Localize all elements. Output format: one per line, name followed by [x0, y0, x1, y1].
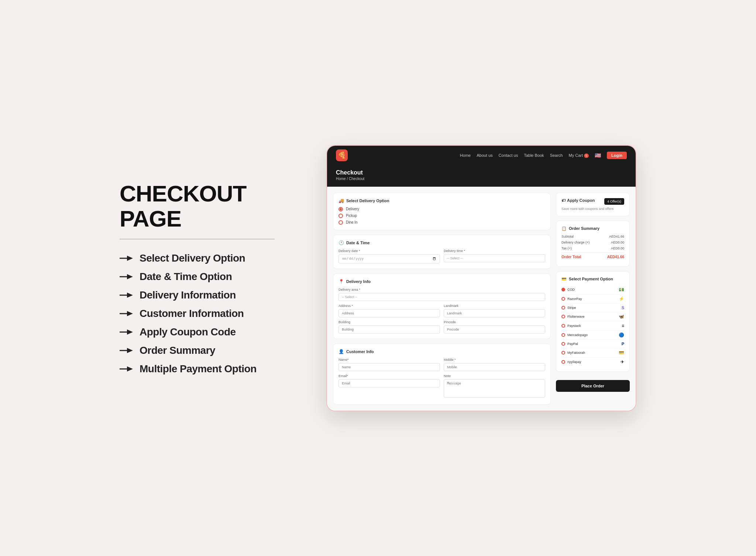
building-label: Building — [339, 320, 440, 324]
nyyilapay-icon: ✈ — [621, 359, 624, 365]
option-pickup[interactable]: Pickup — [339, 214, 545, 218]
feature-item-select-delivery: Select Delivery Option — [120, 252, 304, 264]
feature-text-order-summary: Order Summary — [140, 345, 215, 356]
left-column: 🚚 Select Delivery Option Delivery Pickup — [333, 193, 551, 405]
radio-nyyilapay[interactable] — [561, 360, 565, 364]
date-input[interactable] — [339, 254, 440, 263]
feature-text-select-delivery: Select Delivery Option — [140, 252, 245, 264]
arrow-icon — [120, 328, 133, 336]
payment-stripe[interactable]: Stripe S — [561, 304, 624, 312]
customer-info-card: 👤 Customer Info Name* Mobile * — [333, 343, 551, 405]
mobile-group: Mobile * — [444, 358, 545, 371]
option-dine-in[interactable]: Dine In — [339, 220, 545, 225]
mobile-input[interactable] — [444, 363, 545, 371]
payment-cod[interactable]: COD 💵 — [561, 285, 624, 294]
nav-cart[interactable]: My Cart 5 — [568, 153, 589, 158]
feature-text-delivery-info: Delivery Information — [140, 289, 236, 301]
coupon-icon: 🏷 — [561, 198, 566, 203]
radio-mercadopago[interactable] — [561, 333, 565, 337]
pincode-input[interactable] — [444, 325, 545, 334]
tax-value: AED0.00 — [611, 246, 624, 250]
nav-about[interactable]: About us — [477, 153, 492, 158]
delivery-row: Delivery charge (+) AED0.00 — [561, 241, 624, 244]
mercadopago-icon: 🔵 — [619, 332, 624, 338]
radio-flutterwave[interactable] — [561, 315, 565, 318]
building-input[interactable] — [339, 325, 440, 334]
building-group: Building — [339, 320, 440, 334]
payment-myfatoorah[interactable]: MyFatoorah 💳 — [561, 348, 624, 358]
right-column: 🏷 Apply Coupon 4 Offer(s) Save more with… — [556, 193, 630, 405]
pincode-group: Pincode — [444, 320, 545, 334]
nav-search[interactable]: Search — [550, 153, 563, 158]
coupon-offers-btn[interactable]: 4 Offer(s) — [604, 198, 624, 205]
coupon-title: 🏷 Apply Coupon — [561, 198, 595, 203]
coupon-header: 🏷 Apply Coupon 4 Offer(s) — [561, 198, 624, 205]
address-group: Address * — [339, 304, 440, 317]
total-label: Order Total — [561, 255, 581, 259]
breadcrumb-sep: / — [347, 177, 348, 181]
cart-badge: 5 — [584, 153, 589, 158]
arrow-icon — [120, 365, 133, 373]
title-divider — [120, 239, 275, 239]
nav-login-btn[interactable]: Login — [607, 152, 627, 159]
radio-pickup[interactable] — [339, 214, 343, 218]
user-icon: 👤 — [339, 349, 344, 354]
navbar: 🍕 Home About us Contact us Table Book Se… — [327, 146, 636, 165]
time-select[interactable]: -- Select -- — [444, 254, 545, 262]
delivery-charge-value: AED0.00 — [611, 241, 624, 244]
nav-table[interactable]: Table Book — [524, 153, 544, 158]
arrow-icon — [120, 273, 133, 280]
radio-delivery[interactable] — [339, 207, 343, 211]
landmark-group: Landmark — [444, 304, 545, 317]
radio-myfatoorah[interactable] — [561, 351, 565, 355]
subtotal-label: Subtotal — [561, 235, 574, 238]
feature-text-customer-info: Customer Information — [140, 308, 244, 320]
radio-paypal[interactable] — [561, 342, 565, 346]
subtotal-value: AED41.66 — [609, 235, 624, 238]
radio-stripe[interactable] — [561, 306, 565, 310]
arrow-icon — [120, 310, 133, 317]
payment-mercadopago[interactable]: Mercadopago 🔵 — [561, 331, 624, 340]
stripe-icon: S — [622, 305, 624, 310]
delivery-option-card: 🚚 Select Delivery Option Delivery Pickup — [333, 193, 551, 230]
svg-marker-7 — [127, 311, 133, 316]
option-delivery[interactable]: Delivery — [339, 207, 545, 211]
radio-paystack[interactable] — [561, 324, 565, 328]
date-time-title: 🕐 Date & Time — [339, 240, 545, 245]
page-header: Checkout Home / Checkout — [327, 165, 636, 187]
delivery-options: Delivery Pickup Dine In — [339, 207, 545, 225]
landmark-input[interactable] — [444, 309, 545, 317]
customer-info-title: 👤 Customer Info — [339, 349, 545, 354]
name-group: Name* — [339, 358, 440, 371]
payment-title: 💳 Select Payment Option — [561, 277, 624, 282]
payment-paypal[interactable]: PayPal P — [561, 340, 624, 348]
note-textarea[interactable] — [444, 379, 545, 398]
radio-cod[interactable] — [561, 288, 565, 291]
svg-marker-9 — [127, 329, 133, 335]
place-order-button[interactable]: Place Order — [556, 380, 630, 392]
area-select[interactable]: -- Select -- — [339, 293, 545, 301]
payment-nyyilapay[interactable]: nyyilapay ✈ — [561, 358, 624, 366]
email-input[interactable] — [339, 379, 440, 387]
arrow-icon — [120, 347, 133, 354]
browser-mockup: 🍕 Home About us Contact us Table Book Se… — [326, 145, 636, 411]
payment-flutterwave[interactable]: Flutterwave 🦋 — [561, 312, 624, 321]
nav-contact[interactable]: Contact us — [499, 153, 518, 158]
nav-home[interactable]: Home — [460, 153, 471, 158]
payment-paystack[interactable]: Paystack ≡ — [561, 321, 624, 331]
payment-card: 💳 Select Payment Option COD 💵 Raz — [556, 271, 630, 372]
address-input[interactable] — [339, 309, 440, 317]
coupon-card: 🏷 Apply Coupon 4 Offer(s) Save more with… — [556, 193, 630, 216]
order-summary-title: 📋 Order Summary — [561, 226, 624, 231]
coupon-subtitle: Save more with coupons and offers — [561, 207, 624, 211]
radio-dine-in[interactable] — [339, 220, 343, 225]
name-input[interactable] — [339, 363, 440, 371]
myfatoorah-icon: 💳 — [619, 350, 624, 355]
feature-item-payment: Multiple Payment Option — [120, 363, 304, 375]
payment-razorpay[interactable]: RazorPay ⚡ — [561, 294, 624, 304]
paypal-icon: P — [622, 342, 624, 346]
breadcrumb-home[interactable]: Home — [336, 177, 346, 181]
radio-razorpay[interactable] — [561, 297, 565, 301]
date-time-row: Delivery date * Delivery time * -- Selec… — [339, 249, 545, 263]
area-group: Delivery area * -- Select -- — [339, 288, 545, 301]
